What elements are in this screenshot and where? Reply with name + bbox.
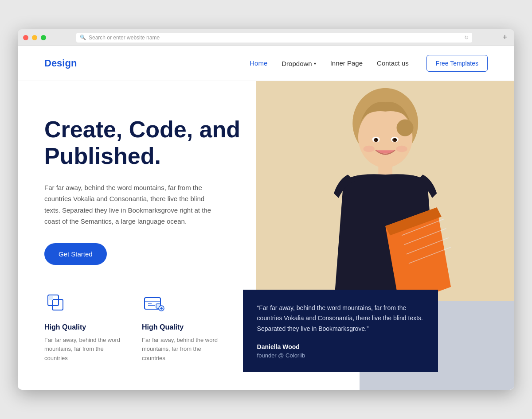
nav-links: Home Dropdown ▾ Inner Page Contact us: [250, 59, 409, 67]
svg-point-14: [396, 120, 413, 136]
feature-item-2: High Quality Far far away, behind the wo…: [142, 291, 222, 363]
svg-point-25: [394, 139, 396, 140]
search-icon: 🔍: [80, 35, 86, 40]
free-templates-button[interactable]: Free Templates: [426, 55, 488, 72]
nav-item-contact[interactable]: Contact us: [377, 59, 409, 67]
svg-point-24: [376, 139, 377, 140]
testimonial-author-name: Daniella Wood: [257, 343, 424, 350]
svg-point-26: [363, 146, 374, 152]
testimonial-author-role: founder @ Colorlib: [257, 352, 424, 359]
svg-rect-3: [49, 296, 53, 300]
nav-link-home[interactable]: Home: [250, 59, 267, 67]
chevron-down-icon: ▾: [314, 61, 316, 66]
nav-item-home[interactable]: Home: [250, 59, 267, 67]
site-logo[interactable]: Design: [44, 58, 77, 69]
feature-1-title: High Quality: [44, 323, 124, 331]
nav-item-dropdown[interactable]: Dropdown ▾: [282, 60, 316, 67]
browser-window: 🔍 Search or enter website name ↻ + Desig…: [18, 29, 514, 390]
feature-2-title: High Quality: [142, 323, 222, 331]
navbar: Design Home Dropdown ▾ Inner Page Contac…: [18, 46, 514, 81]
features-row: High Quality Far far away, behind the wo…: [44, 291, 264, 363]
address-bar[interactable]: 🔍 Search or enter website name ↻: [76, 33, 472, 43]
minimize-button[interactable]: [32, 35, 37, 40]
new-tab-button[interactable]: +: [502, 33, 509, 42]
feature-1-desc: Far far away, behind the word mountains,…: [44, 336, 124, 363]
hero-section: Create, Code, and Published. Far far awa…: [18, 81, 514, 390]
nav-link-innerpage[interactable]: Inner Page: [330, 59, 363, 67]
close-button[interactable]: [23, 35, 28, 40]
feature-2-desc: Far far away, behind the word mountains,…: [142, 336, 222, 363]
browser-titlebar: 🔍 Search or enter website name ↻ +: [18, 29, 514, 46]
feature-icon-1: [44, 291, 69, 316]
feature-icon-2: [142, 291, 167, 316]
nav-item-innerpage[interactable]: Inner Page: [330, 59, 363, 67]
svg-point-27: [396, 146, 407, 152]
hero-title: Create, Code, and Published.: [44, 116, 264, 170]
hero-image-container: “Far far away, behind the word mountains…: [256, 81, 514, 390]
testimonial-quote: “Far far away, behind the word mountains…: [257, 303, 424, 334]
svg-point-13: [358, 107, 413, 167]
testimonial-box: “Far far away, behind the word mountains…: [243, 290, 438, 372]
nav-dropdown-trigger[interactable]: Dropdown ▾: [282, 60, 316, 67]
hero-right-image: “Far far away, behind the word mountains…: [256, 81, 514, 390]
svg-rect-1: [52, 299, 63, 310]
get-started-button[interactable]: Get Started: [44, 243, 107, 265]
reload-icon[interactable]: ↻: [464, 35, 469, 41]
svg-rect-15: [378, 164, 392, 176]
address-placeholder: Search or enter website name: [89, 35, 160, 41]
nav-link-contact[interactable]: Contact us: [377, 59, 409, 67]
page-content: Design Home Dropdown ▾ Inner Page Contac…: [18, 46, 514, 390]
hero-subtitle: Far far away, behind the word mountains,…: [44, 182, 222, 227]
maximize-button[interactable]: [41, 35, 46, 40]
feature-item-1: High Quality Far far away, behind the wo…: [44, 291, 124, 363]
